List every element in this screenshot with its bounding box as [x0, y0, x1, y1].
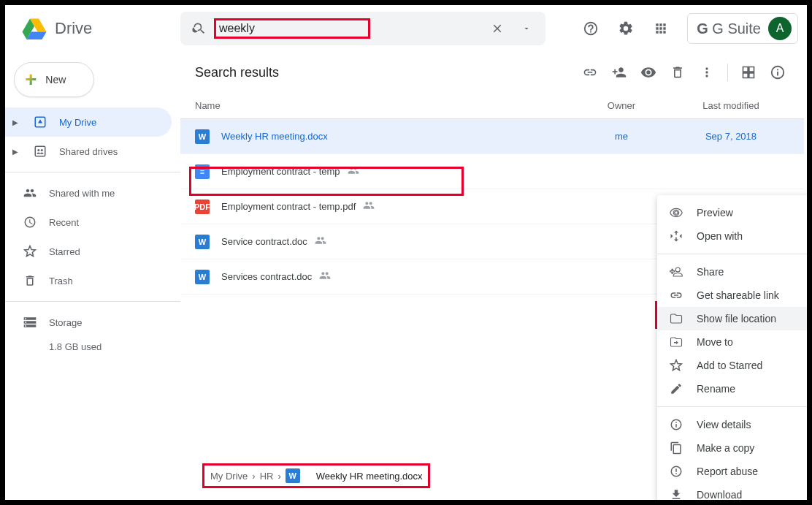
- file-name: Employment contract - temp: [221, 166, 340, 177]
- menu-label: Preview: [697, 207, 733, 219]
- copy-icon: [669, 441, 683, 455]
- help-icon[interactable]: [576, 14, 605, 43]
- menu-item-get-shareable-link[interactable]: Get shareable link: [657, 284, 807, 307]
- nav-label: Shared drives: [59, 146, 118, 157]
- search-bar[interactable]: [180, 12, 545, 45]
- file-row[interactable]: WWeekly HR meeting.docxmeSep 7, 2018: [180, 119, 804, 154]
- shared-icon: [319, 270, 331, 284]
- menu-item-open-with[interactable]: Open with›: [657, 224, 807, 248]
- menu-item-add-to-starred[interactable]: Add to Starred: [657, 354, 807, 377]
- file-name: Service contract.doc: [221, 236, 307, 247]
- shared-icon: [363, 200, 375, 213]
- menu-label: Report abuse: [697, 466, 758, 477]
- menu-label: Move to: [697, 336, 733, 348]
- sidebar-item-starred[interactable]: Starred: [5, 237, 172, 266]
- breadcrumb-root[interactable]: My Drive: [210, 471, 248, 482]
- menu-label: Download: [697, 489, 742, 500]
- menu-label: Get shareable link: [697, 289, 779, 301]
- download-icon: [669, 487, 683, 500]
- nav-label: My Drive: [59, 117, 96, 128]
- menu-label: Show file location: [697, 313, 776, 324]
- star-icon: [669, 358, 683, 373]
- storage-icon: [23, 315, 37, 330]
- menu-label: Make a copy: [697, 442, 754, 454]
- delete-icon[interactable]: [663, 58, 692, 87]
- suite-label: G Suite: [712, 20, 761, 37]
- trash-icon: [23, 273, 37, 288]
- people-icon: [23, 186, 37, 200]
- col-header-owner[interactable]: Owner: [570, 100, 673, 111]
- menu-item-view-details[interactable]: View details: [657, 413, 807, 436]
- star-icon: [23, 244, 37, 259]
- file-type-icon: W: [195, 270, 210, 284]
- settings-icon[interactable]: [611, 14, 640, 43]
- gsuite-badge[interactable]: G G Suite A: [687, 13, 798, 44]
- file-name: Employment contract - temp.pdf: [221, 201, 356, 212]
- info-icon[interactable]: [763, 58, 792, 87]
- menu-item-rename[interactable]: Rename: [657, 377, 807, 400]
- menu-label: Open with: [697, 230, 743, 242]
- sidebar-item-storage[interactable]: Storage: [5, 308, 172, 337]
- menu-item-download[interactable]: Download: [657, 483, 807, 500]
- shared-icon: [348, 164, 359, 178]
- col-header-name[interactable]: Name: [195, 100, 570, 111]
- page-title: Search results: [195, 65, 575, 80]
- file-name: Weekly HR meeting.docx: [221, 131, 328, 142]
- nav-label: Starred: [49, 246, 80, 257]
- link-icon[interactable]: [575, 58, 605, 87]
- file-type-icon: W: [195, 129, 210, 144]
- search-options-icon[interactable]: [512, 14, 541, 43]
- file-modified: Sep 7, 2018: [673, 131, 789, 142]
- search-input[interactable]: [219, 22, 365, 35]
- shared-drive-icon: [33, 144, 47, 159]
- app-name: Drive: [55, 19, 92, 38]
- menu-item-show-file-location[interactable]: Show file location: [657, 307, 807, 330]
- menu-label: View details: [697, 419, 751, 430]
- avatar[interactable]: A: [768, 17, 792, 40]
- caret-icon: ▶: [12, 148, 21, 156]
- sidebar-item-my-drive[interactable]: ▶My Drive: [5, 107, 172, 137]
- apps-icon[interactable]: [646, 14, 675, 43]
- sidebar-item-trash[interactable]: Trash: [5, 266, 172, 295]
- sidebar-item-shared-drives[interactable]: ▶Shared drives: [5, 137, 172, 166]
- menu-item-share[interactable]: Share: [657, 260, 807, 284]
- grid-view-icon[interactable]: [734, 58, 763, 87]
- menu-label: Add to Starred: [697, 360, 762, 371]
- menu-label: Share: [697, 266, 724, 278]
- folder-icon: [669, 311, 683, 326]
- col-header-mod[interactable]: Last modified: [673, 100, 789, 111]
- sidebar-item-recent[interactable]: Recent: [5, 208, 172, 237]
- preview-icon[interactable]: [634, 58, 663, 87]
- context-menu: PreviewOpen with›ShareGet shareable link…: [657, 195, 807, 500]
- menu-item-move-to[interactable]: Move to: [657, 330, 807, 354]
- menu-item-make-a-copy[interactable]: Make a copy: [657, 436, 807, 460]
- report-icon: [669, 464, 683, 479]
- file-type-icon: W: [195, 235, 210, 249]
- new-button[interactable]: +New: [14, 62, 94, 97]
- more-icon[interactable]: [692, 58, 721, 87]
- file-row[interactable]: ≡Employment contract - temp: [180, 154, 804, 189]
- eye-icon: [669, 205, 683, 220]
- info-icon: [669, 417, 683, 432]
- share-icon[interactable]: [605, 58, 634, 87]
- breadcrumb-folder[interactable]: HR: [260, 471, 274, 482]
- nav-label: Recent: [49, 217, 79, 228]
- breadcrumb-file: Weekly HR meeting.docx: [316, 471, 423, 482]
- sidebar-item-shared-with-me[interactable]: Shared with me: [5, 178, 172, 208]
- nav-label: Trash: [49, 276, 73, 286]
- link-icon: [669, 288, 683, 303]
- svg-rect-1: [35, 146, 45, 156]
- drive-logo-icon: [20, 14, 49, 43]
- breadcrumb: My Drive › HR › W Weekly HR meeting.docx: [195, 459, 437, 493]
- moveto-icon: [669, 335, 683, 349]
- nav-label: Shared with me: [49, 188, 115, 199]
- clear-search-icon[interactable]: [483, 14, 512, 43]
- logo-area[interactable]: Drive: [14, 14, 175, 43]
- file-type-icon: ≡: [195, 164, 210, 179]
- menu-item-report-abuse[interactable]: Report abuse: [657, 460, 807, 483]
- file-name: Services contract.doc: [221, 271, 312, 282]
- file-owner: me: [570, 131, 673, 142]
- menu-item-preview[interactable]: Preview: [657, 201, 807, 224]
- chevron-right-icon: ›: [277, 471, 280, 482]
- search-icon: [185, 14, 214, 43]
